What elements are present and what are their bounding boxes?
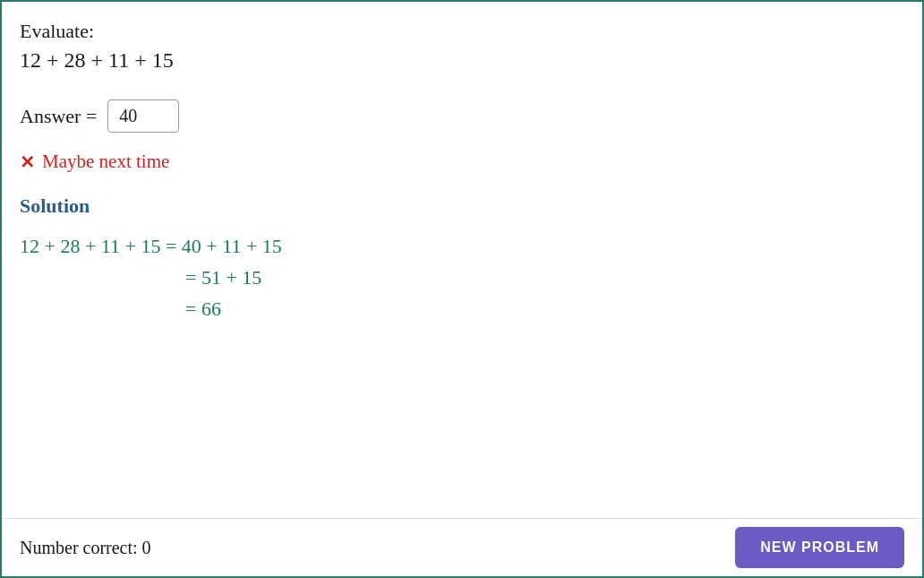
feedback-text: Maybe next time — [42, 151, 169, 173]
solution-line-1-text: 12 + 28 + 11 + 15 = 40 + 11 + 15 — [20, 230, 282, 262]
solution-steps: 12 + 28 + 11 + 15 = 40 + 11 + 15 = 51 + … — [20, 230, 904, 325]
new-problem-button[interactable]: NEW PROBLEM — [735, 527, 904, 568]
feedback-row: ✕ Maybe next time — [20, 151, 904, 173]
number-correct: Number correct: 0 — [20, 538, 151, 558]
x-icon: ✕ — [20, 151, 35, 173]
evaluate-label: Evaluate: — [20, 20, 904, 43]
footer: Number correct: 0 NEW PROBLEM — [2, 518, 922, 576]
solution-line-3-text: = 66 — [185, 293, 221, 324]
answer-row: Answer = — [20, 99, 904, 133]
answer-label: Answer = — [20, 105, 97, 128]
solution-heading: Solution — [20, 194, 904, 218]
solution-line-2: = 51 + 15 — [185, 262, 904, 293]
solution-line-3: = 66 — [185, 293, 904, 324]
solution-line-1: 12 + 28 + 11 + 15 = 40 + 11 + 15 — [20, 230, 904, 262]
solution-line-2-text: = 51 + 15 — [185, 262, 261, 293]
answer-input[interactable] — [107, 99, 179, 133]
problem-expression: 12 + 28 + 11 + 15 — [20, 48, 904, 73]
main-content: Evaluate: 12 + 28 + 11 + 15 Answer = ✕ M… — [2, 2, 922, 397]
